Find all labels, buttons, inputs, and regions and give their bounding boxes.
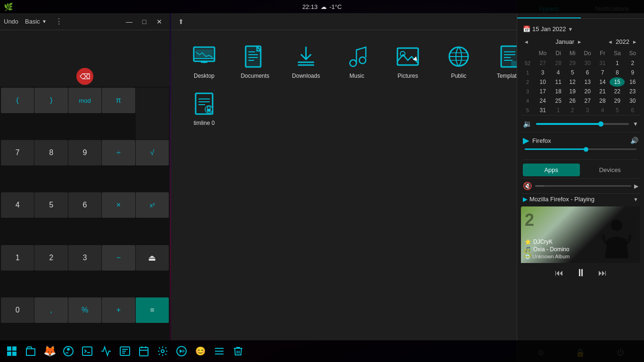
calc-0[interactable]: 0 bbox=[1, 297, 34, 323]
mute-expand-icon[interactable]: ▶ bbox=[634, 183, 638, 189]
calc-open-paren[interactable]: ( bbox=[1, 88, 34, 113]
cal-day[interactable]: 23 bbox=[625, 87, 640, 96]
calc-pi[interactable]: π bbox=[102, 88, 135, 113]
cal-day[interactable]: 30 bbox=[579, 58, 595, 68]
cal-day[interactable]: 31 bbox=[534, 106, 551, 115]
taskbar-files-icon[interactable] bbox=[22, 342, 40, 360]
pause-button[interactable]: ⏸ bbox=[574, 266, 588, 280]
next-month-button[interactable]: ▸ bbox=[578, 38, 581, 45]
calc-9[interactable]: 9 bbox=[68, 140, 101, 165]
taskbar-misc-icon[interactable] bbox=[210, 342, 228, 360]
prev-track-button[interactable]: ⏮ bbox=[552, 266, 566, 280]
calc-divide[interactable]: ÷ bbox=[102, 140, 135, 165]
fm-item-timline[interactable]: timline 0 bbox=[181, 87, 228, 130]
fm-item-desktop[interactable]: Desktop bbox=[181, 40, 228, 83]
cal-day[interactable]: 4 bbox=[595, 106, 610, 115]
cal-day[interactable]: 13 bbox=[579, 77, 595, 87]
calc-multiply[interactable]: × bbox=[102, 192, 135, 218]
cal-day[interactable]: 18 bbox=[551, 87, 565, 96]
tab-devices[interactable]: Devices bbox=[582, 164, 639, 176]
calc-8[interactable]: 8 bbox=[34, 140, 67, 165]
taskbar-calendar-icon[interactable] bbox=[135, 342, 153, 360]
cal-day[interactable]: 16 bbox=[625, 77, 640, 87]
cal-day[interactable]: 6 bbox=[625, 106, 640, 115]
prev-month-button[interactable]: ◂ bbox=[523, 37, 530, 46]
cal-day[interactable]: 30 bbox=[625, 96, 640, 106]
cal-day[interactable]: 11 bbox=[551, 77, 565, 87]
taskbar-kodi-icon[interactable] bbox=[173, 342, 190, 360]
calc-5[interactable]: 5 bbox=[34, 192, 67, 218]
calc-menu-icon[interactable]: ⋮ bbox=[55, 17, 63, 26]
calc-2[interactable]: 2 bbox=[34, 245, 67, 271]
tab-apps[interactable]: Apps bbox=[523, 164, 580, 176]
calc-comma[interactable]: , bbox=[34, 297, 67, 323]
calc-4[interactable]: 4 bbox=[1, 192, 34, 218]
next-track-button[interactable]: ⏭ bbox=[595, 266, 610, 280]
taskbar-steam-icon[interactable] bbox=[59, 342, 77, 360]
calc-7[interactable]: 7 bbox=[1, 140, 34, 165]
cal-day[interactable]: 2 bbox=[565, 106, 579, 115]
cal-day[interactable]: 31 bbox=[595, 58, 610, 68]
volume-slider[interactable] bbox=[536, 123, 629, 125]
taskbar-trash-icon[interactable] bbox=[229, 342, 247, 360]
cal-day[interactable]: 17 bbox=[534, 87, 551, 96]
prev-year-button[interactable]: ◂ bbox=[607, 37, 614, 46]
cal-day[interactable]: 4 bbox=[551, 68, 565, 77]
cal-day[interactable]: 28 bbox=[551, 58, 565, 68]
cal-day[interactable]: 10 bbox=[534, 77, 551, 87]
cal-day[interactable]: 14 bbox=[595, 77, 610, 87]
cal-day[interactable]: 27 bbox=[579, 96, 595, 106]
cal-day[interactable]: 29 bbox=[565, 58, 579, 68]
fm-item-public[interactable]: Public bbox=[435, 40, 482, 83]
cal-day[interactable]: 12 bbox=[565, 77, 579, 87]
calc-percent[interactable]: % bbox=[68, 297, 101, 323]
cal-day[interactable]: 28 bbox=[595, 96, 610, 106]
mute-slider[interactable] bbox=[535, 185, 631, 187]
calc-maximize-button[interactable]: □ bbox=[138, 16, 151, 27]
mozilla-header[interactable]: ▶ Mozilla Firefox - Playing ▼ bbox=[523, 196, 638, 203]
cal-day[interactable]: 2 bbox=[625, 58, 640, 68]
fm-item-documents[interactable]: Documents bbox=[231, 40, 279, 83]
fm-nav-arrow[interactable]: ⬆ bbox=[175, 16, 187, 28]
cal-day[interactable]: 5 bbox=[610, 106, 625, 115]
taskbar-menu-icon[interactable] bbox=[3, 342, 21, 360]
calc-mode-selector[interactable]: Basic ▼ bbox=[22, 17, 50, 26]
cal-day[interactable]: 22 bbox=[610, 87, 625, 96]
calc-6[interactable]: 6 bbox=[68, 192, 101, 218]
calc-close-paren[interactable]: ) bbox=[34, 88, 67, 113]
cal-day[interactable]: 6 bbox=[579, 68, 595, 77]
fm-item-downloads[interactable]: Downloads bbox=[282, 40, 330, 83]
taskbar-firefox-icon[interactable]: 🦊 bbox=[41, 342, 58, 360]
cal-day[interactable]: 8 bbox=[610, 68, 625, 77]
taskbar-emoji-icon[interactable]: 😊 bbox=[191, 342, 209, 360]
cal-day[interactable]: 21 bbox=[595, 87, 610, 96]
calc-sqrt[interactable]: √ bbox=[136, 140, 169, 165]
taskbar-monitor-icon[interactable] bbox=[97, 342, 115, 360]
firefox-volume-slider[interactable] bbox=[525, 148, 636, 150]
calc-delete-button[interactable]: ⌫ bbox=[76, 68, 93, 85]
cal-day[interactable]: 5 bbox=[565, 68, 579, 77]
calc-plus[interactable]: + bbox=[102, 297, 135, 323]
cal-day[interactable]: 26 bbox=[565, 96, 579, 106]
taskbar-settings-icon[interactable] bbox=[154, 342, 172, 360]
calc-mod[interactable]: mod bbox=[68, 88, 101, 113]
cal-day[interactable]: 1 bbox=[551, 106, 565, 115]
cal-day[interactable]: 9 bbox=[625, 68, 640, 77]
cal-day[interactable]: 29 bbox=[610, 96, 625, 106]
calc-close-button[interactable]: ✕ bbox=[153, 16, 166, 27]
cal-day[interactable]: 19 bbox=[565, 87, 579, 96]
cal-day[interactable]: 1 bbox=[610, 58, 625, 68]
taskbar-terminal-icon[interactable] bbox=[78, 342, 96, 360]
fm-item-music[interactable]: Music bbox=[333, 40, 380, 83]
calc-3[interactable]: 3 bbox=[68, 245, 101, 271]
volume-expand-icon[interactable]: ▼ bbox=[633, 121, 638, 127]
cal-day[interactable]: 25 bbox=[551, 96, 565, 106]
cal-day[interactable]: 3 bbox=[579, 106, 595, 115]
cal-day[interactable]: 3 bbox=[534, 68, 551, 77]
distro-logo[interactable]: 🌿 bbox=[4, 2, 13, 11]
firefox-play-button[interactable]: ▶ bbox=[523, 135, 529, 146]
cal-day[interactable]: 20 bbox=[579, 87, 595, 96]
cal-day[interactable]: 24 bbox=[534, 96, 551, 106]
fm-item-pictures[interactable]: Pictures bbox=[384, 40, 431, 83]
calendar-date-button[interactable]: 15 Jan 2022 ▼ bbox=[532, 25, 638, 33]
